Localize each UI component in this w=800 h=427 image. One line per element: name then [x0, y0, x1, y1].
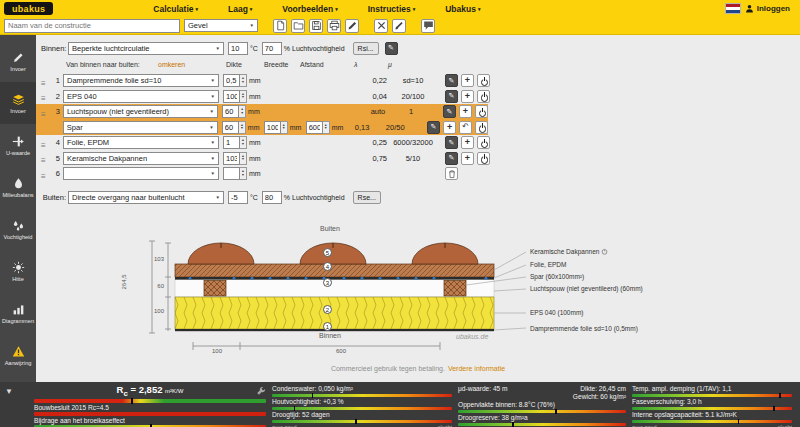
edit-layer-button[interactable] — [427, 121, 440, 134]
drag-handle-icon[interactable] — [41, 165, 51, 183]
sidebar-item-diagrammen[interactable]: Diagrammen — [0, 292, 36, 334]
spar-material-select[interactable]: Spar — [63, 121, 218, 134]
toggle-layer-button[interactable] — [477, 152, 490, 165]
more-info-link[interactable]: Verdere informatie — [448, 365, 505, 372]
add-layer-button[interactable] — [459, 105, 472, 118]
material-select[interactable] — [63, 167, 219, 180]
results-col-1: Rc = 2,852 m²K/W Bouwbesluit 2015 Rc=4.5… — [34, 385, 266, 427]
stepper[interactable] — [239, 105, 246, 118]
humidity-unit: % Luchtvochtigheid — [284, 45, 345, 52]
delete-button[interactable] — [374, 19, 388, 33]
binnen-surface-select[interactable]: Beperkte luchtcirculatie — [68, 42, 224, 55]
add-layer-button[interactable] — [461, 136, 474, 149]
open-document-button[interactable] — [291, 19, 305, 33]
ubakus-app: ubakus Calculatie Laag Voorbeelden Instr… — [0, 0, 800, 427]
dikte-input[interactable] — [222, 105, 239, 118]
rsi-button[interactable]: Rsi... — [353, 42, 379, 55]
add-layer-button[interactable] — [443, 121, 456, 134]
gewicht-label: Gewicht: 60 kg/m² — [573, 393, 626, 401]
spar-breedte-input[interactable] — [264, 121, 281, 134]
dikte-input[interactable] — [223, 74, 240, 87]
stepper[interactable] — [240, 167, 247, 180]
reverse-link[interactable]: omkeren — [158, 61, 185, 68]
droogreserve-bar — [458, 423, 626, 427]
menu-voorbeelden[interactable]: Voorbeelden — [282, 4, 337, 14]
tempamp-bar — [632, 394, 792, 398]
print-button[interactable] — [327, 19, 341, 33]
binnen-temp-input[interactable] — [228, 42, 248, 55]
sidebar-item-invoer-1[interactable]: Invoer — [0, 40, 36, 82]
menu-ubakus[interactable]: Ubakus — [445, 4, 480, 14]
add-layer-button[interactable] — [461, 152, 474, 165]
drag-handle-icon[interactable] — [41, 103, 51, 121]
ubakus-logo[interactable]: ubakus — [4, 2, 53, 15]
material-select[interactable]: Luchtspouw (niet geventileerd) — [63, 105, 218, 118]
add-layer-button[interactable] — [461, 90, 474, 103]
buiten-surface-select[interactable]: Directe overgang naar buitenlucht — [68, 191, 224, 204]
sidebar-item-aanwijzing[interactable]: Aanwijzing — [0, 334, 36, 376]
menu-laag[interactable]: Laag — [228, 4, 252, 14]
sidebar-item-milieubalans[interactable]: Milieubalans — [0, 166, 36, 208]
sidebar-item-invoer-2[interactable]: Invoer — [0, 82, 36, 124]
stepper[interactable] — [281, 121, 288, 134]
spar-dikte-input[interactable] — [222, 121, 239, 134]
add-layer-button[interactable] — [461, 74, 474, 87]
toggle-layer-button[interactable] — [475, 121, 488, 134]
rotate-layer-button[interactable] — [459, 121, 472, 134]
sidebar-item-vochtigheid[interactable]: Vochtigheid — [0, 208, 36, 250]
sidebar-item-hitte[interactable]: Hitte — [0, 250, 36, 292]
construction-name-input[interactable] — [4, 19, 180, 33]
material-select[interactable]: Dampremmende folie sd=10 — [63, 74, 219, 87]
rse-button[interactable]: Rse... — [353, 191, 381, 204]
edit-layer-button[interactable] — [445, 136, 458, 149]
sidebar-item-u-waarde[interactable]: U-waarde — [0, 124, 36, 166]
toggle-layer-button[interactable] — [477, 90, 490, 103]
stepper[interactable] — [240, 152, 247, 165]
edit-surface-button[interactable] — [385, 42, 398, 55]
menu-calculatie[interactable]: Calculatie — [153, 4, 198, 14]
material-select[interactable]: Folie, EPDM — [63, 136, 219, 149]
stepper[interactable] — [240, 90, 247, 103]
edit-layer-button[interactable] — [445, 74, 458, 87]
stepper[interactable] — [323, 121, 330, 134]
binnen-humidity-input[interactable] — [262, 42, 282, 55]
material-select[interactable]: Keramische Dakpannen — [63, 152, 219, 165]
dikte-input[interactable] — [223, 152, 240, 165]
floppy-save-icon — [311, 20, 322, 31]
edit-layer-button[interactable] — [443, 105, 456, 118]
spar-afstand-input[interactable] — [306, 121, 323, 134]
login-button[interactable]: Inloggen — [745, 4, 790, 13]
paint-button[interactable] — [392, 19, 406, 33]
material-select[interactable]: EPS 040 — [63, 90, 219, 103]
edit-layer-button[interactable] — [445, 90, 458, 103]
layer-row-2: 2 EPS 040 mm 0,04 20/100 — [36, 89, 800, 105]
construction-type-select[interactable]: Gevel — [184, 19, 258, 32]
toggle-layer-button[interactable] — [477, 136, 490, 149]
stepper[interactable] — [239, 121, 246, 134]
menu-instructies[interactable]: Instructies — [368, 4, 416, 14]
collapse-panel-button[interactable]: ▼ — [5, 387, 13, 396]
toggle-layer-button[interactable] — [475, 105, 488, 118]
bar-marker — [312, 393, 314, 399]
toggle-layer-button[interactable] — [477, 74, 490, 87]
dutch-flag-icon[interactable] — [726, 4, 740, 13]
edit-button[interactable] — [345, 19, 359, 33]
sidebar-label: Invoer — [10, 108, 26, 114]
lambda-value: 0,75 — [361, 154, 387, 163]
save-button[interactable] — [309, 19, 323, 33]
power-icon[interactable] — [601, 248, 608, 255]
edit-layer-button[interactable] — [445, 152, 458, 165]
buiten-humidity-input[interactable] — [262, 191, 282, 204]
trash-icon — [447, 169, 457, 179]
delete-layer-button[interactable] — [445, 167, 458, 180]
lambda-value: auto — [359, 107, 385, 116]
dikte-input[interactable] — [223, 136, 240, 149]
comment-button[interactable] — [421, 19, 435, 33]
new-document-button[interactable] — [273, 19, 287, 33]
sidebar-label: Hitte — [12, 276, 24, 282]
dikte-input[interactable] — [223, 90, 240, 103]
stepper[interactable] — [240, 136, 247, 149]
buiten-temp-input[interactable] — [228, 191, 248, 204]
stepper[interactable] — [240, 74, 247, 87]
dikte-input[interactable] — [223, 167, 240, 180]
